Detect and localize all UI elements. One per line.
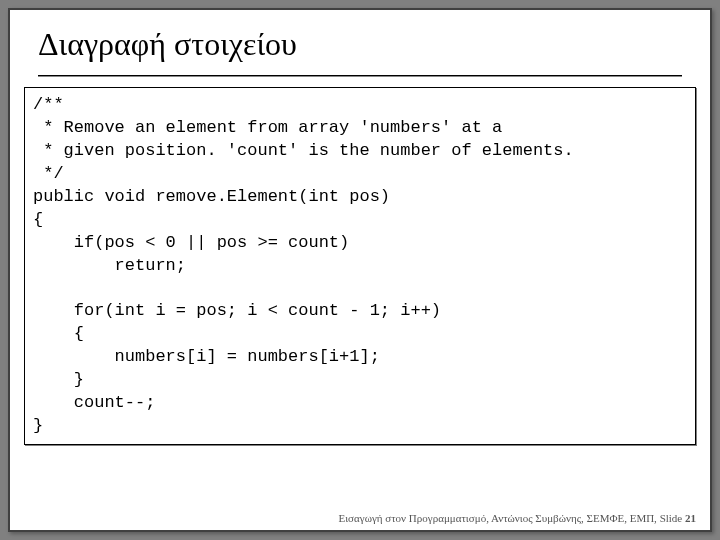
footer-text: Εισαγωγή στον Προγραμματισμό, Αντώνιος Σ…	[338, 512, 659, 524]
footer: Εισαγωγή στον Προγραμματισμό, Αντώνιος Σ…	[338, 512, 696, 524]
code-block: /** * Remove an element from array 'numb…	[33, 94, 687, 438]
slide-title: Διαγραφή στοιχείου	[38, 26, 682, 63]
title-underline	[38, 73, 682, 77]
footer-slide-label: Slide	[660, 512, 685, 524]
title-area: Διαγραφή στοιχείου	[10, 10, 710, 69]
footer-slide-number: 21	[685, 512, 696, 524]
slide: Διαγραφή στοιχείου /** * Remove an eleme…	[8, 8, 712, 532]
code-box: /** * Remove an element from array 'numb…	[24, 87, 696, 445]
